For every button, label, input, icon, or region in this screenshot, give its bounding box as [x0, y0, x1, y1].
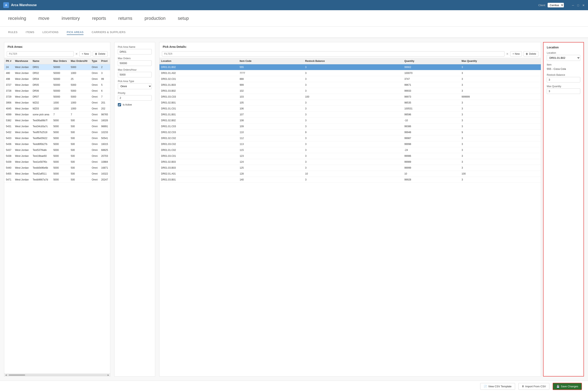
nav-reports[interactable]: reports: [92, 14, 106, 23]
subnav-carriers[interactable]: CARRIERS & SUPPLIERS: [92, 30, 126, 34]
pick-area-row[interactable]: 3956 West Jordan MZ02 1000 1000 Omni 201: [4, 100, 110, 106]
pick-areas-filter-clear[interactable]: ✕: [75, 52, 78, 56]
subnav-rules[interactable]: RULES: [8, 30, 18, 34]
details-row[interactable]: DR01.02.B03 124 3 99989 3: [160, 159, 541, 165]
nav-inventory[interactable]: inventory: [62, 14, 80, 23]
details-row[interactable]: DR01.03.C02 113 3 99998 3: [160, 141, 541, 147]
pick-area-row[interactable]: 5382 West Jordan Test06a89b7f 5000 500 O…: [4, 118, 110, 124]
max-orders-hr-label: Max Orders/Hour: [118, 68, 152, 71]
details-row[interactable]: DR01.01.C03 109 3 99386 3: [160, 124, 541, 130]
details-filter[interactable]: [162, 51, 504, 56]
detail-item-code: 123: [238, 153, 304, 159]
nav-receiving[interactable]: receiving: [8, 14, 26, 23]
pick-areas-delete-button[interactable]: 🗑 Delete: [93, 51, 108, 56]
details-row[interactable]: DR01.02.C01 888 3 3747 3: [160, 76, 541, 82]
details-row[interactable]: DR01.03.C03 103 100 99973 999999: [160, 94, 541, 100]
row-pk: 5436: [4, 141, 13, 147]
scroll-left-arrow[interactable]: ◀: [5, 374, 7, 376]
restock-balance-input[interactable]: [547, 77, 580, 82]
nav-returns[interactable]: returns: [118, 14, 132, 23]
pick-area-row[interactable]: 3729 West Jordan DR07 50000 5000 Omni 7: [4, 94, 110, 100]
pick-areas-new-button[interactable]: + New: [80, 51, 91, 56]
details-row[interactable]: DR01.02.C03 110 9 99948 9: [160, 130, 541, 135]
details-row[interactable]: DR01.03.C01 123 3 99986 3: [160, 153, 541, 159]
pick-area-row[interactable]: 5431 West Jordan Test34cb5a7c 5000 500 O…: [4, 124, 110, 130]
view-csv-button[interactable]: 📄 View CSV Template: [480, 383, 515, 390]
pick-area-row[interactable]: 5440 West Jordan Testb0b96e6b 5000 500 O…: [4, 165, 110, 171]
detail-location: DR01.01.B03: [160, 82, 238, 88]
pick-area-row[interactable]: 5471 West Jordan Testb9667a7d 5000 500 O…: [4, 177, 110, 183]
nav-production[interactable]: production: [144, 14, 166, 23]
save-changes-label: Save Changes: [561, 385, 578, 388]
details-row[interactable]: DR01.01.B03 999 3 99671 3: [160, 82, 541, 88]
details-row[interactable]: DR01.03.B03 125 3 99999 3: [160, 165, 541, 171]
subnav-items[interactable]: ITEMS: [26, 30, 34, 34]
row-priority: 68825: [100, 147, 110, 153]
pick-area-row[interactable]: 5432 West Jordan Testf67b2518 5000 500 O…: [4, 130, 110, 135]
details-row[interactable]: DR01.02.B01 105 3 98535 3: [160, 100, 541, 106]
details-toolbar: ✕ + New 🗑 Delete: [160, 50, 541, 58]
import-csv-button[interactable]: ⬆ Import From CSV: [518, 383, 550, 390]
details-row[interactable]: DR01.01.A02 7777 3 100070 3: [160, 70, 541, 76]
client-dropdown[interactable]: Cerritus: [548, 3, 564, 8]
pick-area-row[interactable]: 3727 West Jordan DR05 50000 5000 Omni 5: [4, 82, 110, 88]
maximize-button[interactable]: □: [578, 4, 579, 7]
row-type: Omni: [90, 118, 100, 124]
pick-area-row[interactable]: 5439 West Jordan Test1e587f0c 5000 500 O…: [4, 159, 110, 165]
details-row[interactable]: DR01.02.C02 112 3 99987 3: [160, 135, 541, 141]
pick-area-name-input[interactable]: [118, 49, 152, 54]
row-pk: 5438: [4, 153, 13, 159]
detail-location: DR01.01.A02: [160, 70, 238, 76]
close-button[interactable]: ✕: [582, 4, 585, 7]
details-new-button[interactable]: + New: [510, 51, 522, 56]
max-orders-input[interactable]: [118, 60, 152, 66]
details-row[interactable]: DR01.03.B02 102 3 99933 3: [160, 88, 541, 94]
pick-area-row[interactable]: 24 West Jordan DR01 50000 5000 Omni 2: [4, 64, 110, 70]
pick-area-row[interactable]: 5433 West Jordan Testf6e05622 5000 500 O…: [4, 135, 110, 141]
subnav-locations[interactable]: LOCATIONS: [42, 30, 58, 34]
details-row[interactable]: DR01.01.B02 555 3 99902 3: [160, 64, 541, 70]
pick-area-row[interactable]: 5455 West Jordan Test62aff311 5000 500 O…: [4, 171, 110, 177]
row-max-orders-hr: 5000: [69, 64, 90, 70]
pick-areas-filter[interactable]: [7, 51, 74, 56]
details-delete-button[interactable]: 🗑 Delete: [524, 51, 538, 56]
pick-area-row[interactable]: 5436 West Jordan Testd6f0b27b 5000 500 O…: [4, 141, 110, 147]
max-quantity-input[interactable]: [547, 88, 580, 94]
window-controls: Client: Cerritus ─ □ ✕: [538, 3, 585, 8]
row-warehouse: West Jordan: [13, 159, 31, 165]
pick-area-row[interactable]: 4099 West Jordan some pick area 7 7 Omni…: [4, 112, 110, 118]
details-row[interactable]: DR01.01.C02 115 3 -24 3: [160, 147, 541, 153]
minimize-button[interactable]: ─: [572, 4, 574, 7]
details-row[interactable]: DR01.01.C01 106 3 100531 3: [160, 106, 541, 112]
scroll-right-arrow[interactable]: ▶: [108, 374, 109, 376]
nav-move[interactable]: move: [38, 14, 50, 23]
row-name: DR07: [31, 94, 52, 100]
is-active-checkbox[interactable]: [118, 103, 121, 106]
row-pk: 3956: [4, 100, 13, 106]
pick-area-row[interactable]: 498 West Jordan DR04 50000 25 Omni 99: [4, 76, 110, 82]
max-orders-hr-input[interactable]: [118, 72, 152, 78]
horizontal-scrollbar[interactable]: ◀ ▶: [4, 374, 110, 376]
details-row[interactable]: DR01.02.B02 108 3 -10 3: [160, 118, 541, 124]
details-row[interactable]: DR01.03.B01 140 3 99928 3: [160, 177, 541, 183]
subnav-pick-areas[interactable]: PICK AREAS: [67, 30, 84, 35]
location-select[interactable]: DR01.01.B02: [547, 55, 580, 61]
save-icon: 💾: [556, 385, 560, 388]
details-filter-clear[interactable]: ✕: [506, 52, 508, 56]
row-name: MZ02: [31, 100, 52, 106]
pick-area-row[interactable]: 3728 West Jordan DR06 50000 5000 Omni 6: [4, 88, 110, 94]
detail-restock: 3: [304, 70, 403, 76]
pick-area-row[interactable]: 5437 West Jordan Test537f4afe 5000 500 O…: [4, 147, 110, 153]
pick-area-row[interactable]: 4045 West Jordan MZ03 1000 1000 Omni 202: [4, 106, 110, 112]
details-row[interactable]: DR01.01.B01 107 3 99596 3: [160, 112, 541, 118]
nav-bar: receiving move inventory reports returns…: [0, 10, 588, 26]
nav-setup[interactable]: setup: [178, 14, 189, 23]
pick-areas-panel: Pick Areas: ✕ + New 🗑 Delete PK # Wareho…: [4, 42, 110, 376]
pick-area-type-select[interactable]: Omni: [118, 83, 152, 89]
details-row[interactable]: DR02.01.A01 128 10 10 100: [160, 171, 541, 177]
row-warehouse: West Jordan: [13, 94, 31, 100]
priority-input[interactable]: [118, 95, 152, 101]
pick-area-row[interactable]: 5438 West Jordan Test19bae60 5000 500 Om…: [4, 153, 110, 159]
save-changes-button[interactable]: 💾 Save Changes: [553, 383, 582, 390]
pick-area-row[interactable]: 480 West Jordan DR02 50000 1000 Omni 3: [4, 70, 110, 76]
